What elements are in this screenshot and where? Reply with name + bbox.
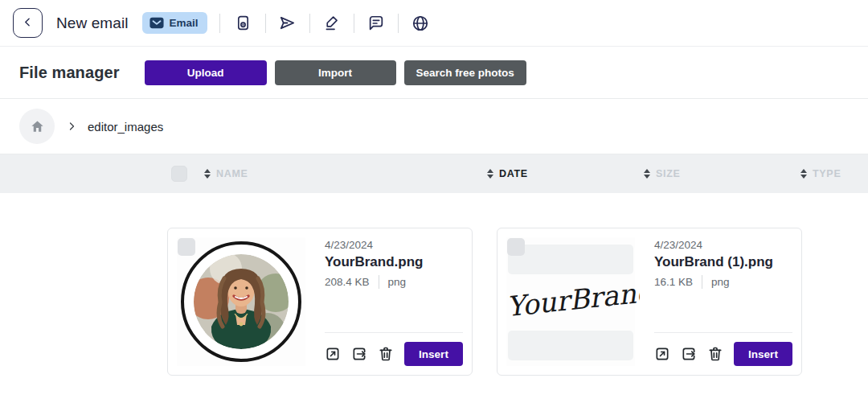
divider	[398, 14, 399, 33]
column-label: SIZE	[656, 168, 681, 179]
column-header-type[interactable]: TYPE	[800, 154, 841, 193]
file-size: 208.4 KB	[325, 276, 370, 288]
file-actions: Insert	[325, 342, 463, 366]
search-free-photos-button[interactable]: Search free photos	[404, 60, 526, 85]
upload-button[interactable]: Upload	[145, 60, 267, 85]
sort-icon	[487, 169, 493, 179]
send-icon[interactable]	[278, 14, 297, 33]
divider	[309, 14, 310, 33]
chevron-left-icon	[23, 17, 33, 30]
select-all-checkbox[interactable]	[171, 166, 187, 182]
divider	[354, 14, 354, 33]
file-meta: 208.4 KB png	[325, 275, 463, 289]
email-badge-label: Email	[170, 17, 199, 29]
file-size: 16.1 KB	[654, 276, 693, 288]
chevron-right-icon	[67, 121, 76, 131]
file-details: 4/23/2024 YourBrand.png 208.4 KB png In	[325, 237, 463, 366]
svg-text:YourBrand: YourBrand	[505, 275, 640, 323]
insert-button[interactable]: Insert	[734, 342, 792, 366]
breadcrumb: editor_images	[0, 99, 868, 154]
file-grid: 4/23/2024 YourBrand.png 208.4 KB png In	[0, 193, 868, 403]
file-details: 4/23/2024 YourBrand (1).png 16.1 KB png	[654, 237, 792, 366]
breadcrumb-folder[interactable]: editor_images	[88, 120, 163, 134]
open-external-icon[interactable]	[325, 345, 341, 363]
file-thumbnail-signature[interactable]: YourBrand	[506, 237, 635, 366]
column-label: NAME	[216, 168, 248, 179]
edit-icon[interactable]	[322, 14, 342, 33]
file-date: 4/23/2024	[325, 239, 463, 251]
divider	[219, 14, 220, 33]
file-actions: Insert	[654, 342, 792, 366]
file-type: png	[388, 276, 407, 288]
divider	[379, 275, 379, 289]
globe-icon[interactable]	[411, 14, 430, 33]
file-checkbox[interactable]	[178, 238, 195, 256]
breadcrumb-home-button[interactable]	[19, 109, 55, 144]
file-checkbox[interactable]	[507, 238, 525, 256]
column-header-name[interactable]: NAME	[204, 154, 248, 193]
file-name: YourBrand.png	[325, 254, 463, 270]
file-card: YourBrand 4/23/2024 YourBrand (1).png 16…	[497, 228, 802, 376]
move-to-folder-icon[interactable]	[351, 345, 367, 363]
email-type-badge[interactable]: Email	[142, 12, 207, 34]
signature-logo-image: YourBrand	[502, 274, 640, 324]
thumbnail-placeholder-bar	[508, 245, 633, 274]
woman-portrait-image	[194, 254, 289, 349]
file-card: 4/23/2024 YourBrand.png 208.4 KB png In	[167, 228, 473, 376]
comment-icon[interactable]	[366, 14, 386, 33]
thumbnail-ring	[181, 241, 301, 362]
column-label: TYPE	[813, 168, 841, 179]
move-to-folder-icon[interactable]	[681, 345, 697, 363]
import-button[interactable]: Import	[275, 60, 396, 85]
open-external-icon[interactable]	[654, 345, 670, 363]
divider	[325, 332, 463, 333]
file-type: png	[711, 276, 730, 288]
file-icon[interactable]	[234, 14, 253, 33]
trash-icon[interactable]	[378, 345, 394, 363]
file-thumbnail-photo[interactable]	[177, 237, 305, 366]
sort-icon	[204, 169, 211, 179]
email-envelope-icon	[149, 17, 164, 29]
page-title: File manager	[19, 64, 120, 82]
top-bar: New email Email	[0, 0, 868, 47]
thumbnail-placeholder-bar	[508, 331, 633, 360]
column-header-size[interactable]: SIZE	[644, 154, 681, 193]
divider	[654, 332, 792, 333]
column-header-date[interactable]: DATE	[487, 154, 528, 193]
column-label: DATE	[499, 168, 528, 179]
topbar-icon-group	[234, 14, 430, 33]
file-date: 4/23/2024	[654, 239, 792, 251]
divider	[702, 275, 702, 289]
document-title: New email	[56, 14, 129, 32]
trash-icon[interactable]	[707, 345, 723, 363]
insert-button[interactable]: Insert	[404, 342, 463, 366]
divider	[265, 14, 266, 33]
file-name: YourBrand (1).png	[654, 254, 792, 270]
back-button[interactable]	[13, 8, 43, 38]
sort-icon	[644, 169, 650, 179]
home-icon	[30, 119, 45, 134]
sort-icon	[800, 169, 807, 179]
file-meta: 16.1 KB png	[654, 275, 792, 289]
file-manager-toolbar: File manager Upload Import Search free p…	[0, 47, 868, 99]
table-header: NAME DATE SIZE TYPE	[0, 154, 868, 193]
